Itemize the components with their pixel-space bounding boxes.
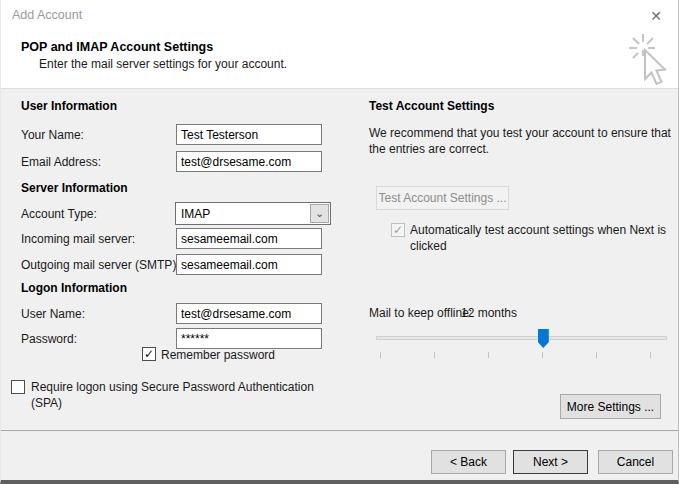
account-type-label: Account Type:: [21, 207, 97, 221]
account-type-value: IMAP: [181, 207, 210, 221]
wizard-header: POP and IMAP Account Settings Enter the …: [1, 30, 678, 89]
your-name-label: Your Name:: [21, 128, 84, 142]
remember-password-checkbox[interactable]: ✓: [142, 347, 156, 361]
add-account-dialog: Add Account ✕ POP and IMAP Account Setti…: [0, 0, 679, 484]
user-name-label: User Name:: [21, 307, 85, 321]
auto-test-label[interactable]: Automatically test account settings when…: [410, 222, 672, 254]
email-address-label: Email Address:: [21, 155, 101, 169]
account-type-select[interactable]: IMAP ⌄: [175, 202, 331, 225]
outgoing-server-input[interactable]: [176, 254, 322, 275]
server-information-heading: Server Information: [21, 181, 128, 195]
offline-slider-ticks: [376, 352, 667, 360]
your-name-input[interactable]: [176, 124, 322, 145]
window-title: Add Account: [12, 8, 82, 22]
user-information-heading: User Information: [21, 99, 117, 113]
next-button[interactable]: Next >: [513, 450, 588, 474]
spa-checkbox[interactable]: [11, 380, 25, 394]
mail-keep-offline-value: 12 months: [461, 306, 517, 320]
page-title: POP and IMAP Account Settings: [21, 40, 213, 54]
test-account-description: We recommend that you test your account …: [369, 125, 671, 157]
test-account-settings-heading: Test Account Settings: [369, 99, 494, 113]
more-settings-button[interactable]: More Settings ...: [560, 394, 661, 419]
close-icon[interactable]: ✕: [646, 6, 666, 26]
email-address-input[interactable]: [176, 151, 322, 172]
page-subtitle: Enter the mail server settings for your …: [39, 57, 287, 71]
remember-password-label[interactable]: Remember password: [161, 348, 275, 362]
footer-divider: [1, 430, 678, 431]
spa-label[interactable]: Require logon using Secure Password Auth…: [31, 379, 331, 411]
user-name-input[interactable]: [176, 303, 322, 324]
test-account-settings-button[interactable]: Test Account Settings ...: [376, 186, 509, 210]
incoming-server-input[interactable]: [176, 228, 322, 249]
mail-keep-offline-label: Mail to keep offline:: [369, 306, 472, 320]
incoming-server-label: Incoming mail server:: [21, 232, 135, 246]
chevron-down-icon[interactable]: ⌄: [310, 204, 329, 223]
back-button[interactable]: < Back: [431, 450, 506, 474]
offline-slider-track[interactable]: [376, 336, 667, 340]
offline-slider-thumb[interactable]: [538, 329, 549, 348]
check-icon: ✓: [393, 223, 403, 237]
cancel-button[interactable]: Cancel: [598, 450, 673, 474]
auto-test-checkbox[interactable]: ✓: [391, 223, 405, 237]
check-icon: ✓: [144, 347, 154, 361]
logon-information-heading: Logon Information: [21, 281, 127, 295]
password-input[interactable]: [176, 328, 322, 349]
password-label: Password:: [21, 332, 77, 346]
outgoing-server-label: Outgoing mail server (SMTP):: [21, 258, 180, 272]
titlebar: Add Account ✕: [1, 0, 678, 30]
